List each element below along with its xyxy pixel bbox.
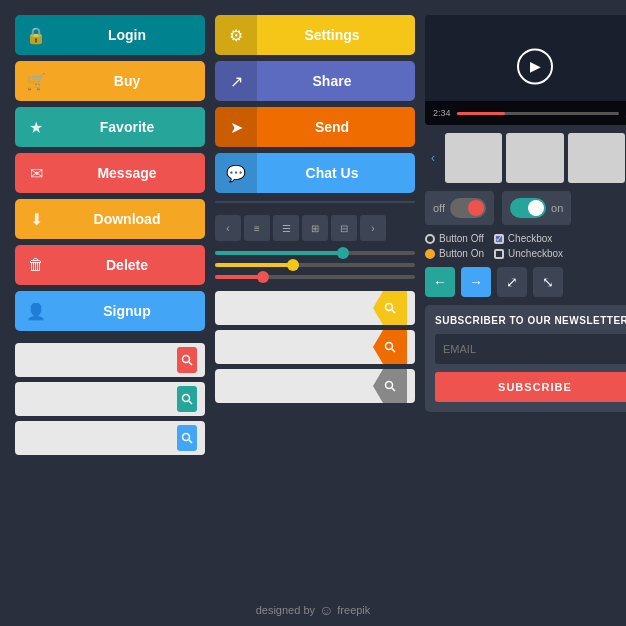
arrow-search-input-2[interactable] [223,340,373,354]
radio-on-label: Button On [439,248,484,259]
middle-column: ⚙ Settings ↗ Share ➤ Send 💬 Chat Us ‹ ≡ … [215,15,415,455]
nav-arrows-row: ← → ⤢ ⤡ [425,267,626,297]
arrow-search-bar-2 [215,330,415,364]
arrow-search-btn-2[interactable] [373,330,407,364]
svg-point-6 [386,304,393,311]
subscribe-button[interactable]: SUBSCRIBE [435,372,626,402]
newsletter-section: SUBSCRIBER TO OUR NEWSLETTER SUBSCRIBE [425,305,626,412]
thumbnail-1[interactable] [445,133,502,183]
toggle-on[interactable]: on [502,191,571,225]
toggle-off-label: off [433,202,445,214]
download-button[interactable]: ⬇ Download [15,199,205,239]
thumbnail-2[interactable] [506,133,563,183]
login-label: Login [57,27,205,43]
delete-button[interactable]: 🗑 Delete [15,245,205,285]
search-bar-2 [15,382,205,416]
grid-view-2[interactable]: ⊟ [331,215,357,241]
nav-right-arrow[interactable]: → [461,267,491,297]
list-view-1[interactable]: ≡ [244,215,270,241]
slider-yellow [215,263,415,267]
search-input-1[interactable] [23,353,173,367]
favorite-label: Favorite [57,119,205,135]
prev-page-button[interactable]: ‹ [215,215,241,241]
video-progress-bar[interactable] [457,112,619,115]
arrow-search-input-3[interactable] [223,379,373,393]
arrow-search-bar-3 [215,369,415,403]
download-label: Download [57,211,205,227]
arrow-search-btn-1[interactable] [373,291,407,325]
checkbox-unchecked[interactable]: Uncheckbox [494,248,563,259]
svg-point-8 [386,343,393,350]
toggle-switch-off[interactable] [450,198,486,218]
svg-line-9 [392,349,395,352]
radio-button-off[interactable]: Button Off [425,233,484,244]
gear-icon: ⚙ [215,15,257,55]
send-button[interactable]: ➤ Send [215,107,415,147]
slider-thumb-red[interactable] [257,271,269,283]
toggle-on-label: on [551,202,563,214]
slider-fill-green [215,251,345,255]
slider-track-red[interactable] [215,275,415,279]
radio-row-2: Button On Uncheckbox [425,248,626,259]
arrow-search-input-1[interactable] [223,301,373,315]
arrow-search-btn-3[interactable] [373,369,407,403]
slider-track-yellow[interactable] [215,263,415,267]
buy-button[interactable]: 🛒 Buy [15,61,205,101]
grid-view-1[interactable]: ⊞ [302,215,328,241]
login-button[interactable]: 🔒 Login [15,15,205,55]
share-button[interactable]: ↗ Share [215,61,415,101]
search-input-3[interactable] [23,431,173,445]
nav-left-arrow[interactable]: ← [425,267,455,297]
send-label: Send [257,119,415,135]
search-button-3[interactable] [177,425,197,451]
next-page-button[interactable]: › [360,215,386,241]
slider-thumb-yellow[interactable] [287,259,299,271]
delete-label: Delete [57,257,205,273]
video-player: ▶ 2:34 🔊 [425,15,626,125]
message-button[interactable]: ✉ Message [15,153,205,193]
search-button-1[interactable] [177,347,197,373]
envelope-icon: ✉ [15,153,57,193]
search-input-2[interactable] [23,392,173,406]
slider-thumb-green[interactable] [337,247,349,259]
arrow-search-bar-1 [215,291,415,325]
email-input[interactable] [435,334,626,364]
thumb-prev-button[interactable]: ‹ [425,150,441,166]
signup-label: Signup [57,303,205,319]
thumbnail-3[interactable] [568,133,625,183]
star-icon: ★ [15,107,57,147]
checkbox-checked-sq: ✓ [494,234,504,244]
svg-line-11 [392,388,395,391]
video-controls: 2:34 🔊 [425,101,626,125]
svg-point-2 [183,395,190,402]
radio-button-on[interactable]: Button On [425,248,484,259]
nav-expand-icon[interactable]: ⤢ [497,267,527,297]
divider [215,201,415,203]
checkbox-unchecked-sq [494,249,504,259]
svg-line-7 [392,310,395,313]
slider-track-green[interactable] [215,251,415,255]
trash-icon: 🗑 [15,245,57,285]
search-button-2[interactable] [177,386,197,412]
search-bar-3 [15,421,205,455]
video-time: 2:34 [433,108,451,118]
svg-line-3 [189,401,192,404]
signup-button[interactable]: 👤 Signup [15,291,205,331]
play-button[interactable]: ▶ [517,48,553,84]
nav-fullscreen-icon[interactable]: ⤡ [533,267,563,297]
send-icon: ➤ [215,107,257,147]
chat-icon: 💬 [215,153,257,193]
checkbox-checked[interactable]: ✓ Checkbox [494,233,552,244]
favorite-button[interactable]: ★ Favorite [15,107,205,147]
radio-off-label: Button Off [439,233,484,244]
toggle-off[interactable]: off [425,191,494,225]
radio-circle-on [425,249,435,259]
radio-circle-off [425,234,435,244]
cart-icon: 🛒 [15,61,57,101]
settings-button[interactable]: ⚙ Settings [215,15,415,55]
uncheckbox-label: Uncheckbox [508,248,563,259]
list-view-2[interactable]: ☰ [273,215,299,241]
chat-button[interactable]: 💬 Chat Us [215,153,415,193]
pagination-row: ‹ ≡ ☰ ⊞ ⊟ › [215,215,415,241]
toggle-switch-on[interactable] [510,198,546,218]
